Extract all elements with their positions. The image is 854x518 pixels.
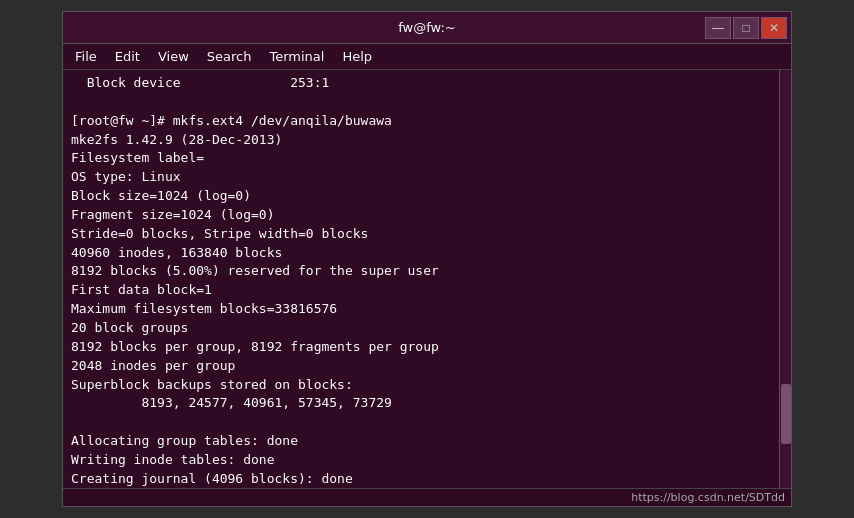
menu-terminal[interactable]: Terminal [261,47,332,66]
menu-help[interactable]: Help [334,47,380,66]
terminal-output[interactable]: Block device 253:1 [root@fw ~]# mkfs.ext… [63,70,791,488]
menu-view[interactable]: View [150,47,197,66]
menu-edit[interactable]: Edit [107,47,148,66]
terminal-text: Block device 253:1 [root@fw ~]# mkfs.ext… [71,74,783,488]
close-button[interactable]: ✕ [761,17,787,39]
menu-search[interactable]: Search [199,47,260,66]
terminal-window: fw@fw:~ — □ ✕ File Edit View Search Term… [62,11,792,507]
statusbar: https://blog.csdn.net/SDTdd [63,488,791,506]
titlebar: fw@fw:~ — □ ✕ [63,12,791,44]
maximize-button[interactable]: □ [733,17,759,39]
menu-file[interactable]: File [67,47,105,66]
status-url: https://blog.csdn.net/SDTdd [631,491,785,504]
scrollbar[interactable] [779,70,791,488]
window-title: fw@fw:~ [398,20,456,35]
scrollbar-thumb[interactable] [781,384,791,444]
menubar: File Edit View Search Terminal Help [63,44,791,70]
window-controls: — □ ✕ [705,17,787,39]
minimize-button[interactable]: — [705,17,731,39]
